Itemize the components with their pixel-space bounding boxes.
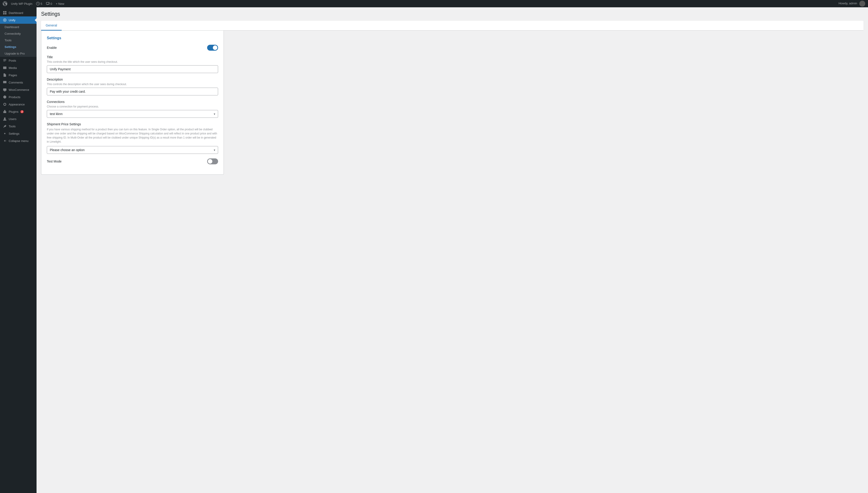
sidebar-item-posts[interactable]: Posts [0, 57, 37, 64]
settings-panel: Settings Enable Title This controls the … [41, 30, 224, 175]
enable-label: Enable [47, 46, 57, 49]
connections-hint: Choose a connection for payment process. [47, 105, 218, 108]
sidebar-item-woocommerce[interactable]: WooCommerce [0, 86, 37, 93]
sidebar-item-pages[interactable]: Pages [0, 71, 37, 79]
sidebar-item-dashboard-sub[interactable]: Dashboard [0, 24, 37, 30]
sidebar-item-tools-sub[interactable]: Tools [0, 37, 37, 44]
sidebar-item-products[interactable]: Products [0, 93, 37, 101]
svg-rect-1 [3, 11, 4, 13]
sidebar-item-connectivity[interactable]: Connectivity [0, 30, 37, 37]
updates[interactable]: 5 [36, 2, 42, 5]
unify-submenu: Dashboard Connectivity Tools Settings Up… [0, 24, 37, 57]
title-label: Title [47, 55, 218, 59]
description-input[interactable] [47, 88, 218, 95]
site-name[interactable]: Unify WP Plugin [11, 2, 33, 5]
sidebar-item-tools[interactable]: Tools [0, 123, 37, 130]
sidebar-item-unify[interactable]: Unify [0, 17, 37, 24]
svg-rect-3 [3, 13, 4, 14]
svg-point-14 [4, 133, 5, 134]
test-mode-label: Test Mode [47, 159, 62, 163]
sidebar-item-appearance[interactable]: Appearance [0, 101, 37, 108]
title-field-group: Title This controls the title which the … [47, 55, 218, 73]
test-mode-row: Test Mode [47, 158, 218, 164]
test-mode-toggle[interactable] [207, 158, 218, 164]
wp-logo[interactable] [3, 1, 7, 6]
tabs-nav: General [41, 21, 864, 30]
connections-select-wrapper: test kknn ▾ [47, 110, 218, 118]
connections-select[interactable]: test kknn [47, 110, 218, 118]
sidebar-item-comments[interactable]: Comments [0, 79, 37, 86]
svg-point-6 [4, 19, 5, 21]
connections-label: Connections [47, 100, 218, 104]
section-title: Settings [47, 36, 218, 40]
comments-icon[interactable]: 0 [46, 2, 52, 5]
title-hint: This controls the title which the user s… [47, 60, 218, 63]
sidebar-item-settings[interactable]: Settings [0, 130, 37, 137]
admin-bar: Unify WP Plugin 5 0 + New Howdy, admin [0, 0, 868, 7]
svg-point-11 [4, 103, 5, 105]
main-content: Settings General Settings Enable Title T… [37, 7, 868, 493]
test-mode-toggle-knob [208, 159, 212, 164]
svg-rect-2 [5, 11, 6, 13]
sidebar-item-plugins[interactable]: Plugins 2 [0, 108, 37, 115]
shipment-select[interactable]: Please chosse an option [47, 146, 218, 154]
sidebar-item-users[interactable]: Users [0, 115, 37, 123]
connections-field-group: Connections Choose a connection for paym… [47, 100, 218, 118]
shipment-field-group: Shipment Price Settings If you have vari… [47, 122, 218, 154]
description-label: Description [47, 78, 218, 81]
toggle-knob [213, 45, 217, 50]
sidebar-item-upgrade[interactable]: Upgrade to Pro [0, 50, 37, 57]
plugins-badge: 2 [20, 110, 24, 113]
shipment-description: If you have various shipping method for … [47, 127, 218, 144]
svg-rect-9 [3, 89, 6, 91]
sidebar-item-collapse[interactable]: Collapse menu [0, 137, 37, 145]
svg-point-13 [4, 117, 5, 119]
svg-point-8 [4, 67, 4, 68]
svg-rect-12 [3, 111, 6, 113]
title-input[interactable] [47, 65, 218, 73]
shipment-label: Shipment Price Settings [47, 122, 218, 126]
sidebar: Dashboard Unify Dashboard Connectivity T… [0, 7, 37, 493]
shipment-select-wrapper: Please chosse an option ▾ [47, 146, 218, 154]
sidebar-item-settings-sub[interactable]: Settings [0, 44, 37, 50]
description-field-group: Description This controls the descriptio… [47, 78, 218, 95]
description-hint: This controls the description which the … [47, 83, 218, 86]
sidebar-item-dashboard[interactable]: Dashboard [0, 9, 37, 17]
enable-row: Enable [47, 45, 218, 51]
sidebar-item-media[interactable]: Media [0, 64, 37, 71]
enable-toggle[interactable] [207, 45, 218, 51]
page-title: Settings [41, 11, 864, 17]
tab-general[interactable]: General [41, 21, 62, 30]
new-item[interactable]: + New [56, 2, 64, 5]
svg-rect-4 [5, 13, 6, 14]
howdy: Howdy, admin [839, 1, 865, 7]
